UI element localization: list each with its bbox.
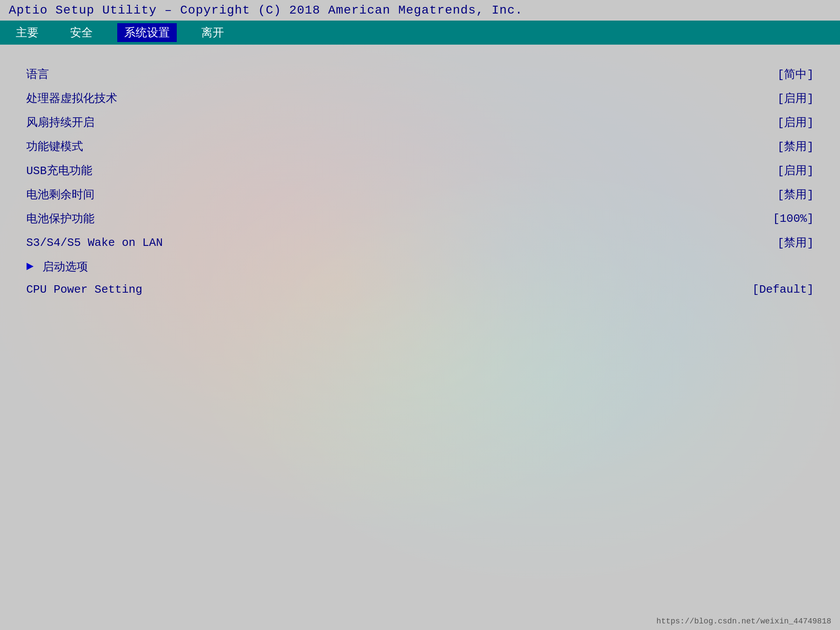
watermark: https://blog.csdn.net/weixin_44749818 (656, 617, 831, 626)
nav-item-main[interactable]: 主要 (9, 23, 46, 42)
setting-label-battery-time: 电池剩余时间 (26, 187, 94, 202)
setting-value-virtualization: [启用] (777, 91, 814, 106)
setting-value-fn-key: [禁用] (777, 139, 814, 154)
setting-row-battery-protection[interactable]: 电池保护功能 [100%] (26, 206, 814, 231)
setting-label-fan: 风扇持续开启 (26, 115, 94, 130)
setting-row-fan[interactable]: 风扇持续开启 [启用] (26, 110, 814, 134)
nav-item-system-settings[interactable]: 系统设置 (117, 23, 177, 42)
setting-label-fn-key: 功能键模式 (26, 139, 83, 154)
nav-item-security[interactable]: 安全 (63, 23, 100, 42)
content-area: 语言 [简中] 处理器虚拟化技术 [启用] 风扇持续开启 (0, 45, 840, 318)
setting-row-usb-charging[interactable]: USB充电功能 [启用] (26, 158, 814, 182)
setting-label-virtualization: 处理器虚拟化技术 (26, 91, 117, 106)
setting-row-boot-options[interactable]: ► 启动选项 (26, 255, 814, 279)
setting-label-cpu-power: CPU Power Setting (26, 283, 142, 296)
setting-row-wake-on-lan[interactable]: S3/S4/S5 Wake on LAN [禁用] (26, 231, 814, 255)
setting-value-battery-protection: [100%] (773, 212, 814, 225)
setting-label-boot-options: ► 启动选项 (26, 259, 88, 274)
setting-value-cpu-power: [Default] (752, 283, 814, 296)
setting-row-language[interactable]: 语言 [简中] (26, 62, 814, 86)
setting-label-language: 语言 (26, 66, 49, 82)
title-bar: Aptio Setup Utility – Copyright (C) 2018… (0, 0, 840, 21)
setting-label-battery-protection: 电池保护功能 (26, 211, 94, 226)
bios-screen: Aptio Setup Utility – Copyright (C) 2018… (0, 0, 840, 630)
arrow-icon: ► (26, 260, 34, 273)
setting-value-fan: [启用] (777, 115, 814, 130)
setting-value-battery-time: [禁用] (777, 187, 814, 202)
nav-item-exit[interactable]: 离开 (194, 23, 231, 42)
setting-row-battery-time[interactable]: 电池剩余时间 [禁用] (26, 182, 814, 206)
setting-label-usb-charging: USB充电功能 (26, 163, 92, 178)
setting-row-virtualization[interactable]: 处理器虚拟化技术 [启用] (26, 86, 814, 110)
setting-value-wake-on-lan: [禁用] (777, 235, 814, 250)
setting-value-language: [简中] (777, 66, 814, 82)
setting-row-fn-key[interactable]: 功能键模式 [禁用] (26, 134, 814, 158)
title-text: Aptio Setup Utility – Copyright (C) 2018… (9, 4, 523, 17)
setting-row-cpu-power[interactable]: CPU Power Setting [Default] (26, 279, 814, 301)
setting-value-usb-charging: [启用] (777, 163, 814, 178)
setting-label-wake-on-lan: S3/S4/S5 Wake on LAN (26, 236, 163, 249)
settings-table: 语言 [简中] 处理器虚拟化技术 [启用] 风扇持续开启 (26, 62, 814, 301)
nav-bar: 主要 安全 系统设置 离开 (0, 21, 840, 45)
